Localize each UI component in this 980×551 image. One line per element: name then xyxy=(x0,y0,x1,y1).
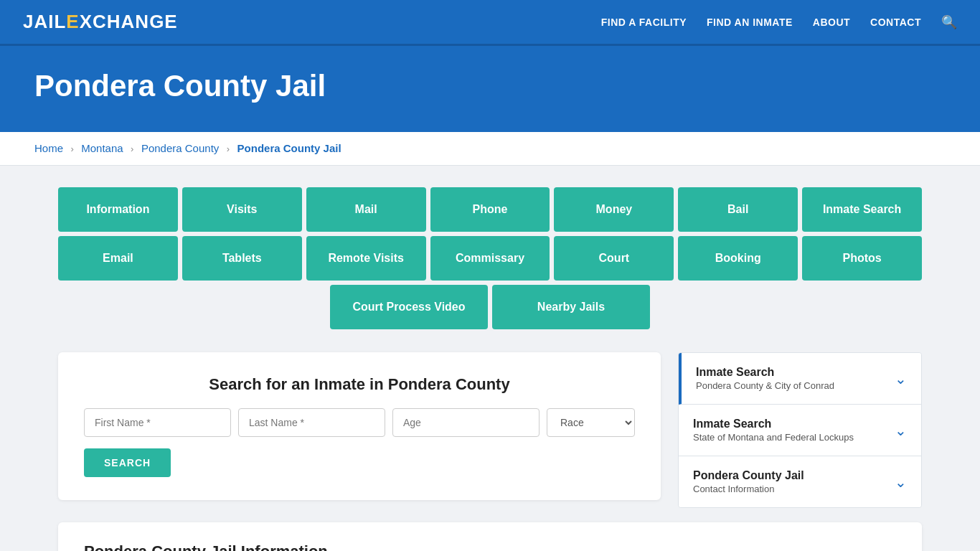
search-fields: Race White Black Hispanic Asian Other xyxy=(84,408,635,437)
search-icon[interactable]: 🔍 xyxy=(941,14,957,30)
btn-visits[interactable]: Visits xyxy=(182,187,302,232)
navigation-grid-row3: Court Process Video Nearby Jails xyxy=(58,285,922,329)
nav-contact[interactable]: CONTACT xyxy=(870,17,921,28)
btn-court-process-video[interactable]: Court Process Video xyxy=(330,285,488,329)
btn-court[interactable]: Court xyxy=(554,236,674,281)
jail-info-section: Pondera County Jail Information xyxy=(58,522,922,551)
breadcrumb-montana[interactable]: Montana xyxy=(81,142,123,154)
btn-remote-visits[interactable]: Remote Visits xyxy=(306,236,426,281)
sidebar-card-local-title: Inmate Search xyxy=(696,366,834,379)
breadcrumb-sep-1: › xyxy=(70,143,73,154)
btn-photos[interactable]: Photos xyxy=(802,236,922,281)
sidebar-cards: Inmate Search Pondera County & City of C… xyxy=(678,352,922,508)
nav-find-facility[interactable]: FIND A FACILITY xyxy=(601,17,687,28)
age-input[interactable] xyxy=(392,408,540,437)
navbar: JAILEXCHANGE FIND A FACILITY FIND AN INM… xyxy=(0,0,980,46)
search-button[interactable]: SEARCH xyxy=(84,448,171,477)
breadcrumb: Home › Montana › Pondera County › Ponder… xyxy=(0,132,980,166)
sidebar-card-contact[interactable]: Pondera County Jail Contact Information … xyxy=(679,456,921,507)
btn-tablets[interactable]: Tablets xyxy=(182,236,302,281)
btn-information[interactable]: Information xyxy=(58,187,178,232)
btn-booking[interactable]: Booking xyxy=(678,236,798,281)
btn-commissary[interactable]: Commissary xyxy=(430,236,550,281)
btn-money[interactable]: Money xyxy=(554,187,674,232)
sidebar-card-state-subtitle: State of Montana and Federal Lockups xyxy=(693,432,854,443)
logo-jail: JAIL xyxy=(23,11,66,32)
chevron-down-icon: ⌄ xyxy=(895,370,907,387)
sidebar-card-contact-text: Pondera County Jail Contact Information xyxy=(693,469,804,494)
breadcrumb-sep-3: › xyxy=(227,143,230,154)
race-select[interactable]: Race White Black Hispanic Asian Other xyxy=(547,408,635,437)
chevron-down-icon-3: ⌄ xyxy=(895,474,907,491)
bottom-section: Search for an Inmate in Pondera County R… xyxy=(58,352,922,508)
last-name-input[interactable] xyxy=(238,408,385,437)
breadcrumb-pondera-county[interactable]: Pondera County xyxy=(141,142,219,154)
btn-bail[interactable]: Bail xyxy=(678,187,798,232)
hero-section: Pondera County Jail xyxy=(0,46,980,132)
logo-exchange-rest: XCHANGE xyxy=(80,11,178,32)
sidebar-card-contact-title: Pondera County Jail xyxy=(693,469,804,482)
breadcrumb-sep-2: › xyxy=(131,143,133,154)
main-content: Information Visits Mail Phone Money Bail… xyxy=(24,166,956,551)
nav-about[interactable]: ABOUT xyxy=(813,17,850,28)
chevron-down-icon-2: ⌄ xyxy=(895,422,907,439)
page-title: Pondera County Jail xyxy=(34,69,946,103)
btn-phone[interactable]: Phone xyxy=(430,187,550,232)
breadcrumb-home[interactable]: Home xyxy=(34,142,63,154)
breadcrumb-current: Pondera County Jail xyxy=(237,142,341,154)
sidebar-card-contact-subtitle: Contact Information xyxy=(693,484,804,494)
btn-inmate-search[interactable]: Inmate Search xyxy=(802,187,922,232)
nav-find-inmate[interactable]: FIND AN INMATE xyxy=(707,17,793,28)
sidebar-card-state-search[interactable]: Inmate Search State of Montana and Feder… xyxy=(679,405,921,456)
inmate-search-card: Search for an Inmate in Pondera County R… xyxy=(58,352,661,500)
sidebar-card-state-title: Inmate Search xyxy=(693,418,854,430)
sidebar-card-local-search[interactable]: Inmate Search Pondera County & City of C… xyxy=(679,353,921,405)
jail-info-title: Pondera County Jail Information xyxy=(84,542,896,551)
sidebar-card-local-subtitle: Pondera County & City of Conrad xyxy=(696,380,834,391)
sidebar-card-local-text: Inmate Search Pondera County & City of C… xyxy=(696,366,834,391)
logo-exchange: E xyxy=(66,11,79,32)
btn-mail[interactable]: Mail xyxy=(306,187,426,232)
nav-links: FIND A FACILITY FIND AN INMATE ABOUT CON… xyxy=(601,14,957,30)
site-logo[interactable]: JAILEXCHANGE xyxy=(23,11,178,33)
first-name-input[interactable] xyxy=(84,408,231,437)
sidebar-card-state-text: Inmate Search State of Montana and Feder… xyxy=(693,418,854,443)
search-title: Search for an Inmate in Pondera County xyxy=(84,375,635,394)
navigation-grid: Information Visits Mail Phone Money Bail… xyxy=(58,187,922,281)
btn-email[interactable]: Email xyxy=(58,236,178,281)
btn-nearby-jails[interactable]: Nearby Jails xyxy=(492,285,650,329)
